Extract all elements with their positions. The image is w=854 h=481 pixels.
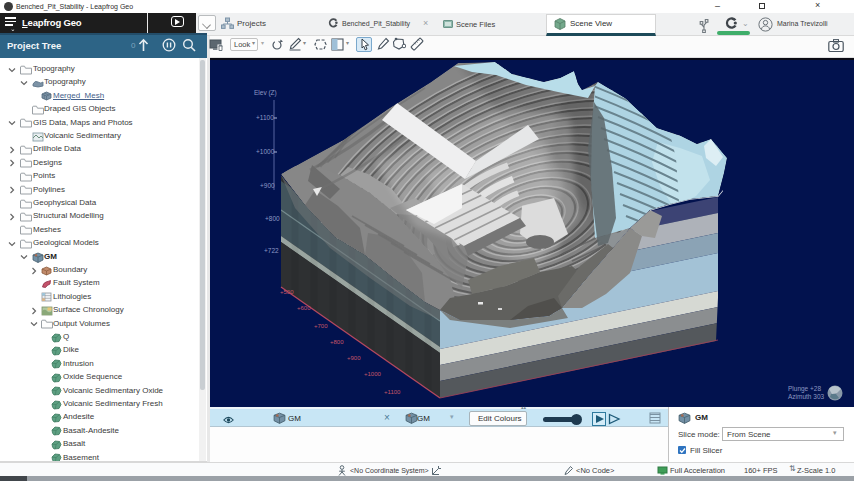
svg-text:+800: +800 <box>265 215 280 222</box>
svg-text:Plunge +28: Plunge +28 <box>788 385 821 393</box>
svg-text:Elev (Z): Elev (Z) <box>254 89 277 97</box>
svg-text:+1000: +1000 <box>364 371 382 377</box>
svg-text:+722: +722 <box>264 247 279 254</box>
svg-text:+600: +600 <box>297 305 311 311</box>
svg-text:+1100: +1100 <box>384 389 401 395</box>
svg-text:+800: +800 <box>330 339 344 345</box>
svg-text:+500: +500 <box>280 289 294 295</box>
svg-text:+1000: +1000 <box>256 148 275 155</box>
svg-text:+900: +900 <box>347 355 361 361</box>
svg-text:+1100: +1100 <box>256 114 274 121</box>
svg-text:+700: +700 <box>314 323 328 329</box>
svg-text:+900: +900 <box>260 182 275 189</box>
svg-text:Azimuth 303: Azimuth 303 <box>788 393 825 400</box>
